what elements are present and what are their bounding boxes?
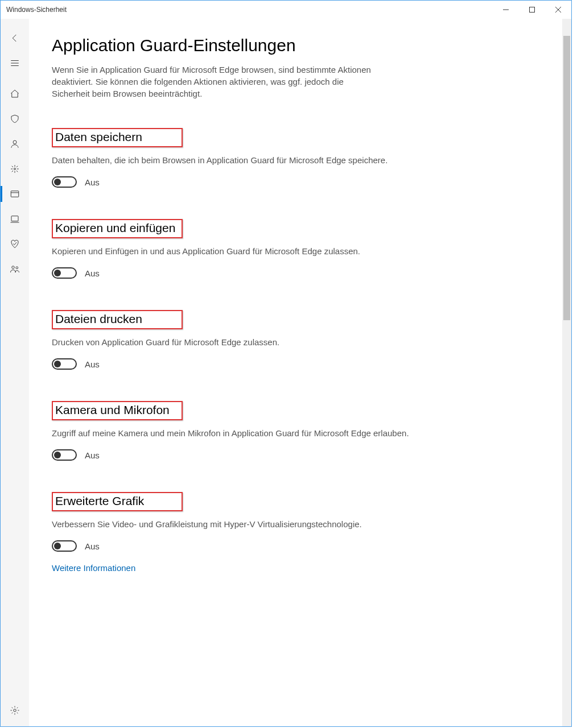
section-title: Erweiterte Grafik — [52, 492, 183, 511]
sidebar-settings[interactable] — [1, 698, 29, 723]
section-camera-mic: Kamera und Mikrofon Zugriff auf meine Ka… — [52, 401, 416, 461]
window-title: Windows-Sicherheit — [6, 6, 493, 14]
sidebar-item-virus[interactable] — [1, 106, 29, 131]
section-title: Kamera und Mikrofon — [52, 401, 183, 420]
scrollbar-thumb[interactable] — [563, 36, 570, 320]
toggle-save-data[interactable] — [52, 176, 77, 188]
toggle-copy-paste[interactable] — [52, 267, 77, 279]
section-advanced-graphics: Erweiterte Grafik Verbessern Sie Video- … — [52, 492, 416, 552]
section-print: Dateien drucken Drucken von Application … — [52, 310, 416, 370]
svg-point-8 — [14, 168, 16, 170]
more-info-link[interactable]: Weitere Informationen — [52, 563, 135, 573]
svg-point-13 — [12, 266, 15, 269]
section-title: Kopieren und einfügen — [52, 219, 183, 238]
section-title: Dateien drucken — [52, 310, 183, 329]
section-save-data: Daten speichern Daten behalten, die ich … — [52, 128, 416, 188]
window-controls — [493, 1, 571, 19]
section-copy-paste: Kopieren und einfügen Kopieren und Einfü… — [52, 219, 416, 279]
section-desc: Daten behalten, die ich beim Browsen in … — [52, 154, 416, 166]
titlebar: Windows-Sicherheit — [1, 1, 571, 19]
svg-rect-9 — [11, 191, 19, 197]
sidebar — [1, 19, 29, 726]
toggle-advanced-graphics[interactable] — [52, 540, 77, 552]
toggle-state-label: Aus — [85, 450, 100, 460]
body: Application Guard-Einstellungen Wenn Sie… — [1, 19, 571, 726]
section-desc: Verbessern Sie Video- und Grafikleistung… — [52, 518, 416, 530]
sidebar-item-app-browser[interactable] — [1, 181, 29, 206]
minimize-button[interactable] — [493, 1, 519, 19]
toggle-row: Aus — [52, 267, 416, 279]
page-title: Application Guard-Einstellungen — [52, 36, 539, 55]
svg-rect-11 — [11, 216, 18, 221]
svg-rect-1 — [530, 7, 535, 13]
toggle-state-label: Aus — [85, 177, 100, 187]
toggle-row: Aus — [52, 449, 416, 461]
page-intro: Wenn Sie in Application Guard für Micros… — [52, 64, 382, 100]
sidebar-item-family[interactable] — [1, 257, 29, 282]
toggle-state-label: Aus — [85, 268, 100, 278]
section-desc: Kopieren und Einfügen in und aus Applica… — [52, 245, 416, 257]
window: Windows-Sicherheit — [0, 0, 572, 727]
svg-point-14 — [16, 267, 18, 269]
sidebar-item-device-security[interactable] — [1, 206, 29, 231]
main-area: Application Guard-Einstellungen Wenn Sie… — [29, 19, 571, 726]
toggle-row: Aus — [52, 358, 416, 370]
svg-point-7 — [13, 140, 17, 144]
sidebar-item-account[interactable] — [1, 131, 29, 156]
main-content: Application Guard-Einstellungen Wenn Sie… — [29, 19, 562, 726]
maximize-button[interactable] — [519, 1, 545, 19]
toggle-camera-mic[interactable] — [52, 449, 77, 461]
svg-point-15 — [14, 709, 17, 712]
back-button[interactable] — [1, 26, 29, 51]
sidebar-item-firewall[interactable] — [1, 156, 29, 181]
section-desc: Zugriff auf meine Kamera und mein Mikrof… — [52, 427, 416, 439]
toggle-state-label: Aus — [85, 541, 100, 551]
toggle-row: Aus — [52, 176, 416, 188]
section-title: Daten speichern — [52, 128, 183, 147]
toggle-row: Aus — [52, 540, 416, 552]
vertical-scrollbar[interactable] — [562, 19, 571, 726]
menu-button[interactable] — [1, 51, 29, 76]
toggle-print[interactable] — [52, 358, 77, 370]
toggle-state-label: Aus — [85, 359, 100, 369]
close-button[interactable] — [545, 1, 571, 19]
sidebar-item-home[interactable] — [1, 81, 29, 106]
section-desc: Drucken von Application Guard für Micros… — [52, 336, 416, 348]
sidebar-item-device-performance[interactable] — [1, 231, 29, 257]
